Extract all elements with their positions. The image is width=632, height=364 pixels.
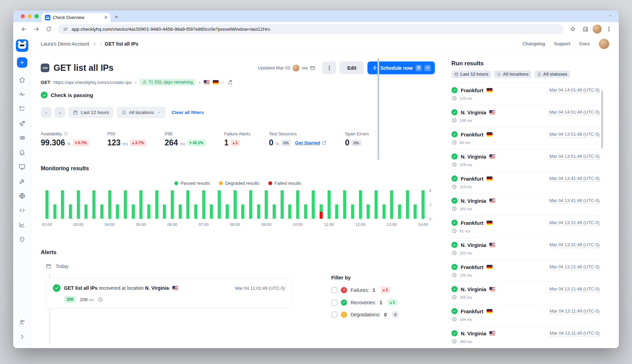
locations-filter[interactable]: All locations	[117, 107, 166, 118]
sidebar-item-activity[interactable]	[15, 87, 29, 102]
checkbox[interactable]	[331, 299, 337, 306]
next-window-button[interactable]: ›	[55, 107, 65, 118]
chart-bar[interactable]	[422, 190, 425, 219]
sidebar-item-code[interactable]	[15, 203, 29, 218]
chart-bar[interactable]	[85, 204, 88, 219]
chart-bar[interactable]	[116, 204, 119, 219]
sidebar-item-chevron-right[interactable]	[15, 329, 29, 344]
clear-filters-link[interactable]: Clear all filters	[172, 110, 204, 115]
run-timestamp-link[interactable]: Mar 04 13:41:48 (UTC-5)	[549, 198, 600, 204]
run-result-item[interactable]: FrankfurtMar 04 13:31:49 (UTC-5)61 ms	[451, 216, 600, 238]
sidebar-item-map-pin[interactable]	[15, 232, 29, 247]
chart-bar[interactable]	[382, 204, 385, 219]
more-options-button[interactable]: ⋮	[322, 61, 336, 74]
chart-bar[interactable]	[93, 190, 96, 219]
chart-bar[interactable]	[241, 204, 245, 219]
chart-bar[interactable]	[233, 190, 237, 219]
chart-bar[interactable]	[335, 204, 338, 219]
url-bar[interactable]: app.checklyhq.com/checks/4ac50901-9480-4…	[58, 24, 564, 34]
changelog-link[interactable]: Changelog	[523, 41, 545, 46]
run-result-item[interactable]: N. VirginiaMar 04 13:31:49 (UTC-5)100 ms	[451, 238, 600, 260]
docs-link[interactable]: Docs	[579, 41, 590, 46]
tab-close-icon[interactable]: ✕	[104, 15, 108, 20]
chart-bar[interactable]	[249, 190, 252, 219]
bookmark-star-icon[interactable]	[568, 24, 578, 34]
chart-bar[interactable]	[374, 190, 377, 219]
sidebar-item-list-detail[interactable]	[15, 131, 29, 145]
chart-bar[interactable]	[272, 204, 276, 219]
url-text[interactable]: app.checklyhq.com/checks/4ac50901-9480-4…	[71, 27, 559, 32]
run-result-item[interactable]: N. VirginiaMar 04 13:41:48 (UTC-5)260 ms	[451, 194, 600, 216]
sidebar-item-chart-line[interactable]	[15, 218, 29, 232]
chart-bar[interactable]	[359, 190, 362, 219]
maximize-window-button[interactable]	[35, 14, 39, 18]
prev-window-button[interactable]: ‹	[41, 107, 51, 118]
checkbox[interactable]	[331, 287, 337, 293]
support-link[interactable]: Support	[554, 41, 570, 46]
get-started-link[interactable]: Get Started	[295, 140, 326, 145]
chart-bar[interactable]	[414, 204, 417, 219]
browser-tab[interactable]: Check Overview ✕	[41, 13, 111, 22]
chart-bar[interactable]	[140, 190, 143, 219]
run-timestamp-link[interactable]: Mar 04 13:21:48 (UTC-5)	[549, 286, 600, 292]
run-timestamp-link[interactable]: Mar 04 13:11:49 (UTC-5)	[550, 308, 600, 314]
chart-bar[interactable]	[398, 204, 401, 219]
sidebar-item-wrench[interactable]	[15, 174, 29, 189]
run-result-item[interactable]: FrankfurtMar 04 13:41:48 (UTC-5)110 ms	[451, 172, 600, 194]
forward-icon[interactable]	[31, 24, 41, 34]
chart-bar[interactable]	[218, 190, 221, 219]
run-timestamp-link[interactable]: Mar 04 13:51:48 (UTC-5)	[549, 154, 600, 160]
run-timestamp-link[interactable]: Mar 04 13:41:48 (UTC-5)	[549, 176, 600, 182]
sidebar-item-home[interactable]	[15, 73, 29, 87]
sidebar-item-globe[interactable]	[15, 189, 29, 203]
chart-bar[interactable]	[171, 190, 174, 219]
run-result-item[interactable]: N. VirginiaMar 04 13:21:48 (UTC-5)256 ms	[451, 282, 600, 304]
time-range-filter[interactable]: Last 12 hours	[68, 107, 114, 118]
back-icon[interactable]	[19, 24, 29, 34]
minimize-window-button[interactable]	[28, 14, 32, 18]
reload-icon[interactable]	[44, 24, 54, 34]
chart-bar[interactable]	[202, 190, 205, 219]
run-result-item[interactable]: N. VirginiaMar 04 13:51:48 (UTC-5)108 ms	[451, 150, 600, 172]
chart-bar[interactable]	[61, 190, 64, 219]
chart-bar[interactable]	[46, 190, 49, 219]
new-tab-button[interactable]: +	[115, 14, 118, 20]
chart-bar[interactable]	[351, 204, 354, 219]
checkly-logo[interactable]	[16, 39, 28, 52]
sidebar-item-checklist[interactable]	[15, 102, 29, 116]
sidebar-item-user-plus[interactable]	[15, 315, 29, 329]
chart-bar[interactable]	[288, 204, 291, 219]
run-result-item[interactable]: FrankfurtMar 04 14:01:48 (UTC-5)120 ms	[451, 83, 600, 105]
chart-bar[interactable]	[53, 204, 56, 219]
chart-bar[interactable]	[210, 204, 213, 219]
chart-bar[interactable]	[100, 204, 103, 219]
run-timestamp-link[interactable]: Mar 04 13:31:49 (UTC-5)	[549, 220, 600, 226]
sidebar-item-bell[interactable]	[15, 145, 29, 160]
run-timestamp-link[interactable]: Mar 04 14:01:48 (UTC-5)	[549, 109, 600, 115]
close-window-button[interactable]	[21, 14, 25, 18]
chart-bar[interactable]	[367, 204, 370, 219]
chart-bar[interactable]	[320, 204, 323, 219]
run-result-item[interactable]: N. VirginiaMar 04 14:01:48 (UTC-5)108 ms	[451, 105, 600, 127]
run-results-scrollbar[interactable]	[601, 90, 603, 149]
chart-bar[interactable]	[343, 190, 346, 219]
edit-button[interactable]: Edit	[339, 61, 364, 74]
chart-bar[interactable]	[147, 204, 150, 219]
chart-bar[interactable]	[186, 190, 190, 219]
create-new-button[interactable]	[17, 57, 27, 68]
chart-bar[interactable]	[226, 204, 229, 219]
extensions-icon[interactable]	[580, 24, 591, 34]
run-timestamp-link[interactable]: Mar 04 13:51:48 (UTC-5)	[549, 132, 600, 137]
chart-bar[interactable]	[296, 190, 299, 219]
user-avatar[interactable]	[599, 39, 609, 49]
chart-bar[interactable]	[77, 190, 80, 219]
chart-bar[interactable]	[257, 204, 260, 219]
run-timestamp-link[interactable]: Mar 04 13:21:48 (UTC-5)	[549, 264, 600, 270]
chart-bar[interactable]	[406, 190, 409, 219]
run-timestamp-link[interactable]: Mar 04 14:01:48 (UTC-5)	[549, 87, 600, 93]
chart-bar[interactable]	[194, 204, 198, 219]
chart-bar[interactable]	[265, 190, 268, 219]
chart-bar[interactable]	[390, 190, 393, 219]
chart-bar[interactable]	[124, 190, 127, 219]
checkbox[interactable]	[331, 312, 337, 318]
